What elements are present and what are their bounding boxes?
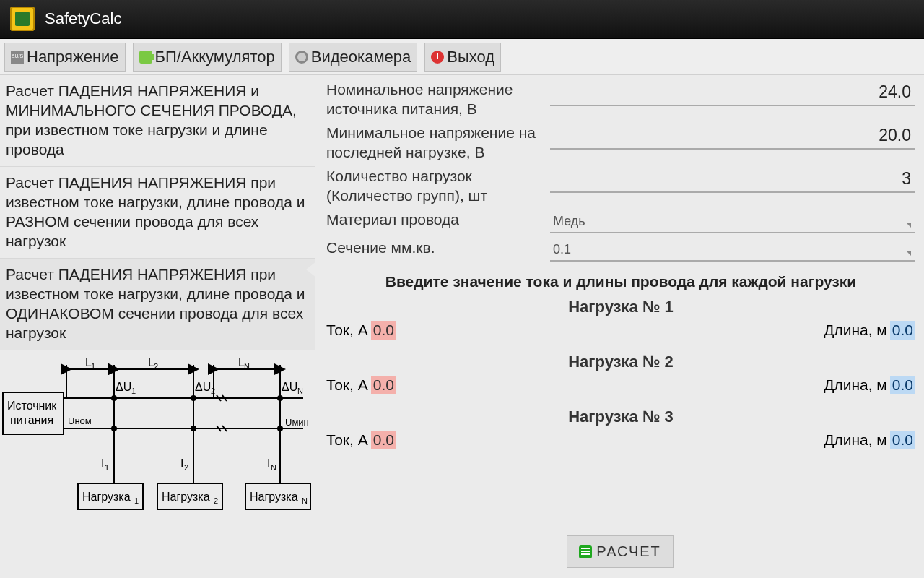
svg-text:ΔU: ΔU — [195, 381, 211, 393]
load-2-row: Ток, А 0.0 Длина, м 0.0 — [326, 376, 915, 394]
sidebar: Расчет ПАДЕНИЯ НАПРЯЖЕНИЯ и МИНИМАЛЬНОГО… — [0, 75, 316, 578]
svg-text:1: 1 — [105, 463, 109, 472]
svg-text:N: N — [271, 463, 276, 472]
app-logo-icon — [10, 7, 35, 31]
svg-point-19 — [278, 426, 282, 431]
min-voltage-label: Минимальное напряжение на последней нагр… — [326, 123, 550, 162]
form-panel: Номинальное напряжение источника питания… — [316, 75, 924, 578]
svg-text:ΔU: ΔU — [282, 381, 297, 393]
app-title: SafetyCalc — [45, 9, 121, 28]
material-select[interactable]: Медь — [550, 210, 915, 233]
tab-camera-label: Видеокамера — [311, 48, 411, 66]
svg-text:1: 1 — [134, 496, 139, 505]
load-1-length-input[interactable]: 0.0 — [890, 321, 915, 340]
svg-text:2: 2 — [214, 496, 218, 505]
svg-point-16 — [191, 396, 196, 400]
load-1-current-input[interactable]: 0.0 — [371, 321, 396, 340]
svg-text:Нагрузка: Нагрузка — [250, 491, 298, 503]
svg-point-17 — [191, 426, 196, 431]
svg-text:Uмин: Uмин — [285, 417, 309, 428]
load-count-input[interactable] — [550, 166, 915, 193]
svg-text:N: N — [244, 362, 250, 371]
svg-rect-0 — [3, 392, 64, 434]
current-label: Ток, А — [326, 322, 368, 339]
svg-text:1: 1 — [131, 387, 136, 395]
tab-voltage[interactable]: Напряжение — [4, 43, 126, 72]
mode-option-1[interactable]: Расчет ПАДЕНИЯ НАПРЯЖЕНИЯ и МИНИМАЛЬНОГО… — [0, 75, 315, 167]
toolbar: Напряжение БП/Аккумулятор Видеокамера Вы… — [0, 39, 924, 75]
calculator-icon — [579, 545, 592, 558]
tab-battery[interactable]: БП/Аккумулятор — [133, 43, 282, 72]
min-voltage-input[interactable] — [550, 123, 915, 150]
tab-exit[interactable]: Выход — [424, 43, 501, 72]
load-3-current-input[interactable]: 0.0 — [371, 431, 396, 449]
svg-text:Uном: Uном — [68, 415, 92, 426]
length-label: Длина, м — [824, 431, 887, 449]
svg-point-18 — [278, 396, 282, 400]
power-icon — [431, 51, 444, 64]
load-1-row: Ток, А 0.0 Длина, м 0.0 — [326, 321, 915, 340]
mode-option-2[interactable]: Расчет ПАДЕНИЯ НАПРЯЖЕНИЯ при известном … — [0, 167, 315, 259]
circuit-diagram: Источник питания Uном Uмин L1 L2 LN ΔU1 … — [0, 353, 315, 522]
tab-voltage-label: Напряжение — [27, 48, 119, 66]
svg-text:N: N — [302, 496, 308, 505]
length-label: Длина, м — [824, 322, 887, 339]
titlebar: SafetyCalc — [0, 0, 924, 39]
length-label: Длина, м — [824, 376, 887, 394]
svg-text:2: 2 — [211, 387, 215, 395]
load-2-header: Нагрузка № 2 — [326, 353, 915, 371]
svg-text:2: 2 — [154, 362, 158, 371]
svg-text:I: I — [267, 457, 270, 470]
tab-battery-label: БП/Аккумулятор — [155, 48, 275, 66]
svg-text:1: 1 — [91, 362, 95, 371]
nominal-voltage-label: Номинальное напряжение источника питания… — [326, 79, 550, 118]
tab-exit-label: Выход — [447, 48, 494, 66]
voltage-icon — [11, 51, 24, 64]
svg-text:I: I — [180, 457, 183, 470]
nominal-voltage-input[interactable] — [550, 79, 915, 106]
battery-icon — [139, 51, 152, 64]
load-1-header: Нагрузка № 1 — [326, 298, 915, 316]
svg-text:питания: питания — [10, 414, 53, 426]
camera-icon — [295, 51, 308, 64]
svg-text:Источник: Источник — [7, 400, 57, 412]
svg-text:Нагрузка: Нагрузка — [82, 491, 131, 503]
current-label: Ток, А — [326, 376, 368, 394]
calculate-button[interactable]: РАСЧЕТ — [567, 535, 674, 568]
svg-text:2: 2 — [184, 463, 188, 472]
load-2-length-input[interactable]: 0.0 — [890, 376, 915, 394]
load-count-label: Количество нагрузок (Количество групп), … — [326, 166, 550, 205]
svg-text:Нагрузка: Нагрузка — [162, 491, 210, 503]
svg-text:I: I — [101, 457, 104, 470]
load-2-current-input[interactable]: 0.0 — [371, 376, 396, 394]
svg-text:N: N — [297, 387, 303, 395]
load-3-row: Ток, А 0.0 Длина, м 0.0 — [326, 431, 915, 449]
svg-point-15 — [112, 426, 116, 431]
mode-option-3[interactable]: Расчет ПАДЕНИЯ НАПРЯЖЕНИЯ при известном … — [0, 259, 315, 350]
load-3-header: Нагрузка № 3 — [326, 407, 915, 426]
svg-point-14 — [112, 396, 116, 400]
material-label: Материал провода — [326, 210, 550, 229]
calculate-button-label: РАСЧЕТ — [596, 543, 661, 560]
current-label: Ток, А — [326, 431, 368, 449]
section-label: Сечение мм.кв. — [326, 238, 550, 257]
tab-camera[interactable]: Видеокамера — [289, 43, 417, 72]
svg-text:ΔU: ΔU — [116, 381, 131, 393]
section-select[interactable]: 0.1 — [550, 238, 915, 262]
loads-instruction: Введите значение тока и длины провода дл… — [326, 273, 915, 290]
load-3-length-input[interactable]: 0.0 — [890, 431, 915, 449]
